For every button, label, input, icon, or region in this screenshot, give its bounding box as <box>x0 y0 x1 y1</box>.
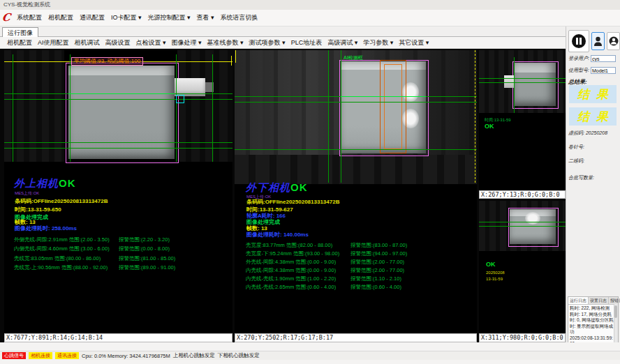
model-input[interactable] <box>591 67 616 74</box>
status-bar: 心跳信号 相机连接 通讯连接 Cpu: 0.0% Memory: 3424.41… <box>0 351 620 360</box>
pixel-coord-readout-middle: X:270;Y:2502;R:17;G:17;B:17 <box>235 333 477 342</box>
window-titlebar[interactable]: CYS-视觉检测系统 <box>0 0 620 10</box>
operator-button[interactable] <box>607 32 620 50</box>
log-scroll-thumb[interactable] <box>614 305 617 318</box>
alarm-range: 报警范围:(2.00 - 77.00) <box>350 267 404 275</box>
virtual-code-row: 虚拟码: 20250208 <box>568 130 607 137</box>
measure-green-hline <box>479 226 566 227</box>
toolbar-item[interactable]: 图像处理 ▾ <box>172 38 202 47</box>
barcode-line: 条码码:OFFline2025020813313472B <box>15 197 108 205</box>
log-tab-settings[interactable]: 设置日志 <box>589 297 609 304</box>
upper-camera-heartbeat-status: 上相机心跳触发定 <box>173 352 215 359</box>
result-ok: OK <box>290 181 308 193</box>
operator-icon <box>609 36 619 47</box>
roi-yellow-edge <box>235 50 236 63</box>
roi-green-vline <box>70 54 71 162</box>
camera-link-badge: 相机连接 <box>29 352 52 359</box>
toolbar-item[interactable]: PLC地址表 <box>291 38 323 47</box>
alarm-range: 报警范围:(0.00 - 8.00) <box>119 245 170 255</box>
small-overlay-ok: OK <box>486 261 496 268</box>
measurement-value: 内壳线-间隙:4.38mm 范围:(0.00 - 9.00) <box>246 267 350 275</box>
measure-green-hline <box>235 102 477 103</box>
alarm-range: 报警范围:(81.00 - 85.00) <box>119 255 175 264</box>
login-user-input[interactable] <box>591 55 616 62</box>
roi-yellow-dashed-line <box>475 50 476 183</box>
pixel-coord-readout-small-bottom: X:311;Y:980;R:0;G:0;B:0 <box>479 333 566 342</box>
log-tab-run[interactable]: 运行日志 <box>568 297 589 304</box>
menu-item[interactable]: 系统配置 <box>17 13 42 22</box>
reel-row: 卷针号: <box>568 144 584 151</box>
measurement-value: 壳线宽:83.05mm 范围:(80.00 - 86.00) <box>14 255 119 264</box>
small-overlay-ok: OK <box>485 123 494 130</box>
result-ok: OK <box>59 177 76 189</box>
measurement-value: 内壳线-壳线:1.90mm 范围:(1.00 - 2.20) <box>246 275 350 284</box>
measure-green-hline <box>479 82 566 83</box>
log-tab-error[interactable]: 报错日志 <box>609 297 620 304</box>
alarm-range: 报警范围:(89.00 - 91.00) <box>119 264 175 273</box>
menu-item[interactable]: 通讯配置 <box>80 13 105 22</box>
heartbeat-badge: 心跳信号 <box>2 352 26 359</box>
toolbar-item[interactable]: 学习参数 ▾ <box>363 38 393 47</box>
lower-camera-heartbeat-status: 下相机心跳触发定 <box>218 352 260 359</box>
measurement-row: 内壳线-壳线:1.90mm 范围:(1.00 - 2.20) 报警范围:(1.1… <box>246 275 469 284</box>
measurement-value: 壳线宽-上:90.56mm 范围:(88.00 - 92.00) <box>14 264 119 273</box>
measurement-row: 壳宽度:83.77mm 范围:(82.00 - 88.00) 报警范围:(83.… <box>246 242 469 250</box>
tab-strip: 运行图像 <box>0 26 566 37</box>
toolbar-item[interactable]: 点检设置 ▾ <box>136 38 166 47</box>
part-connector-tab <box>504 75 514 88</box>
alarm-range: 报警范围:(0.60 - 4.00) <box>350 284 401 292</box>
camera-view-outer-upper[interactable]: 平均阈值:93, 动态阈值:100 外上相机OK MES上传:OK 条码码:OF… <box>4 50 232 333</box>
measurement-value: 外侧壳线-间隙:2.91mm 范围:(2.00 - 3.50) <box>14 236 119 245</box>
measurement-rows: 外侧壳线-间隙:2.91mm 范围:(2.00 - 3.50) 报警范围:(2.… <box>14 236 230 274</box>
log-scrollbar[interactable] <box>614 304 618 342</box>
virtual-code-label: 虚拟码: 20250208 <box>568 130 607 137</box>
mes-status-line: MES上传:OK <box>15 190 39 197</box>
measurement-row: 外壳线-间隙:4.38mm 范围:(0.00 - 9.00) 报警范围:(2.0… <box>246 259 469 267</box>
measure-green-hline <box>479 78 566 79</box>
sidebar-buttons <box>568 30 620 52</box>
elapsed-line: 图像处理耗时: 140.00ms <box>246 231 309 238</box>
measure-green-hline <box>4 142 232 143</box>
model-label: 使用型号: <box>568 67 589 74</box>
toolbar-item[interactable]: 相机配置 <box>7 38 32 47</box>
pause-button[interactable] <box>568 30 589 52</box>
menu-item[interactable]: 光源控制配置 ▾ <box>147 13 190 22</box>
roi-green-vline <box>341 50 341 183</box>
toolbar-item[interactable]: 测试项参数 ▾ <box>249 38 286 47</box>
alarm-range: 报警范围:(2.00 - 77.00) <box>350 259 404 267</box>
camera-view-small-top[interactable]: 时间:13-31-59 OK <box>479 50 566 190</box>
camera-image-background <box>235 155 477 184</box>
measurement-row: 壳线宽-上:90.56mm 范围:(88.00 - 92.00) 报警范围:(8… <box>14 264 230 273</box>
coord-text: X:270;Y:2502;R:17;G:17;B:17 <box>237 334 333 341</box>
coord-text: X:311;Y:980;R:0;G:0;B:0 <box>481 334 563 341</box>
measure-green-hline <box>235 149 477 150</box>
toolbar-item[interactable]: 相机调试 <box>75 38 100 47</box>
alarm-range: 报警范围:(94.00 - 97.00) <box>350 250 407 259</box>
login-user-button[interactable] <box>591 32 605 50</box>
ai-detect-orange-box-inner <box>384 64 402 149</box>
toolbar-item[interactable]: 高级设置 <box>105 38 131 47</box>
camera-view-outer-lower[interactable]: AI检测框 外下相机OK MES上传:OK 条码码:OFFline2025020… <box>235 50 477 333</box>
roi-green-vline <box>176 54 177 162</box>
menu-item[interactable]: 相机配置 <box>48 13 73 22</box>
menu-item[interactable]: 查看 ▾ <box>197 13 214 22</box>
inspected-part <box>68 66 175 159</box>
ai-box-label: AI检测框 <box>344 54 363 61</box>
toolbar-item[interactable]: 高级调试 ▾ <box>327 38 357 47</box>
time-line: 时间:13-31-59-650 <box>15 206 61 213</box>
elapsed-line: 图像处理耗时: 258.00ms <box>15 225 77 232</box>
toolbar-item[interactable]: AI使用配置 <box>38 38 69 47</box>
menu-item[interactable]: 系统语言切换 <box>221 13 258 22</box>
toolbar-item[interactable]: 其它设置 ▾ <box>399 38 429 47</box>
measurement-value: 内侧壳线-间隙:4.60mm 范围:(3.00 - 6.00) <box>14 245 119 255</box>
qr-label: 二维码: <box>568 158 584 165</box>
roi-green-vline <box>212 54 213 162</box>
model-row: 使用型号: <box>568 67 616 74</box>
roi-green-vline <box>13 54 13 162</box>
measurement-row: 外侧壳线-间隙:2.91mm 范围:(2.00 - 3.50) 报警范围:(2.… <box>14 236 230 245</box>
alarm-range: 报警范围:(1.10 - 2.10) <box>350 275 401 284</box>
menu-item[interactable]: IO卡配置 ▾ <box>111 13 142 22</box>
toolbar-item[interactable]: 基准线参数 ▾ <box>207 38 244 47</box>
camera-name: 外下相机 <box>246 181 290 194</box>
camera-view-small-bottom[interactable]: OK 20250208 13-31-59 <box>479 201 566 333</box>
